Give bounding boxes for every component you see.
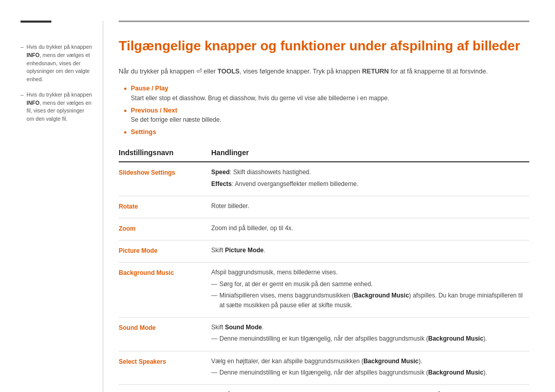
row-name-rotate: Rotate [119, 201, 211, 211]
bullet-content-1: Pause / Play Start eller stop et diassho… [131, 84, 390, 103]
detail-line: Zoom ind på billeder, op til 4x. [211, 223, 529, 233]
bullet-label-1: Pause / Play [131, 84, 390, 94]
bullet-content-3: Settings [131, 127, 156, 137]
row-details-send: Send åbne billeder til en anden storagee… [211, 390, 529, 392]
row-name-zoom: Zoom [119, 223, 211, 233]
table-header: Indstillingsnavn Handlinger [119, 147, 529, 162]
col-header-actions: Handlinger [211, 147, 529, 158]
sidebar-note-text-2: Hvis du trykker på knappen INFO, mens de… [27, 91, 92, 123]
sidebar-dash-2: – [21, 91, 24, 123]
sidebar-dash-1: – [21, 43, 24, 84]
dash-prefix: ― [211, 279, 217, 289]
sidebar-note-2: – Hvis du trykker på knappen INFO, mens … [21, 91, 92, 123]
col-header-name: Indstillingsnavn [119, 147, 211, 158]
detail-line: ― Miniafspilleren vises, mens baggrundsm… [211, 291, 529, 310]
row-details-picture-mode: Skift Picture Mode. [211, 246, 529, 257]
detail-line: Roter billeder. [211, 201, 529, 211]
row-name-send: Send [119, 390, 211, 392]
detail-text: Zoom ind på billeder, op til 4x. [211, 223, 529, 233]
row-details-select-speakers: Vælg en højttaler, der kan afspille bagg… [211, 357, 529, 379]
page-title: Tilgængelige knapper og funktioner under… [119, 38, 529, 55]
detail-line: Skift Picture Mode. [211, 246, 529, 255]
bullet-dot-2: • [124, 106, 127, 116]
bullet-desc-1: Start eller stop et diasshow. Brug et di… [131, 94, 390, 103]
detail-line: ― Denne menuindstilling er kun tilgængel… [211, 368, 529, 378]
detail-text: Roter billeder. [211, 201, 529, 211]
bullet-dot-1: • [124, 84, 127, 94]
detail-line: ― Denne menuindstilling er kun tilgængel… [211, 334, 529, 344]
table-row: Picture Mode Skift Picture Mode. [119, 240, 529, 263]
detail-line: Afspil baggrundsmusik, mens billederne v… [211, 268, 529, 277]
intro-paragraph: Når du trykker på knappen ⏎ eller TOOLS,… [119, 66, 529, 77]
main-content: Tilgængelige knapper og funktioner under… [103, 21, 555, 392]
table-row: Slideshow Settings Speed: Skift diasshow… [119, 162, 529, 196]
row-details-background-music: Afspil baggrundsmusik, mens billederne v… [211, 268, 529, 312]
bullet-label-3: Settings [131, 127, 156, 137]
row-name-slideshow: Slideshow Settings [119, 167, 211, 177]
settings-table: Indstillingsnavn Handlinger Slideshow Se… [119, 147, 529, 392]
detail-text: Vælg en højttaler, der kan afspille bagg… [211, 357, 529, 366]
detail-text: Effects: Anvend overgangseffekter mellem… [211, 179, 529, 189]
row-details-sound-mode: Skift Sound Mode. ― Denne menuindstillin… [211, 323, 529, 345]
sidebar-notes: – Hvis du trykker på knappen INFO, mens … [21, 43, 92, 123]
bullet-item-pause-play: • Pause / Play Start eller stop et diass… [124, 84, 529, 103]
sidebar-accent-bar [21, 21, 51, 23]
detail-line: Vælg en højttaler, der kan afspille bagg… [211, 357, 529, 366]
row-name-background-music: Background Music [119, 268, 211, 277]
row-name-picture-mode: Picture Mode [119, 246, 211, 255]
bullet-item-settings: • Settings [124, 127, 529, 137]
table-row: Sound Mode Skift Sound Mode. ― Denne men… [119, 318, 529, 351]
row-name-sound-mode: Sound Mode [119, 323, 211, 332]
sidebar: – Hvis du trykker på knappen INFO, mens … [0, 21, 103, 392]
row-details-rotate: Roter billeder. [211, 201, 529, 213]
row-details-slideshow: Speed: Skift diasshowets hastighed. Effe… [211, 167, 529, 190]
table-row: Background Music Afspil baggrundsmusik, … [119, 263, 529, 318]
bullet-content-2: Previous / Next Se det forrige eller næs… [131, 106, 221, 125]
detail-text: Denne menuindstilling er kun tilgængelig… [219, 368, 529, 378]
dash-prefix: ― [211, 368, 217, 378]
detail-line: ― Sørg for, at der er gemt en musik på d… [211, 279, 529, 289]
detail-text: Sørg for, at der er gemt en musik på den… [219, 279, 529, 289]
detail-text: Skift Picture Mode. [211, 246, 529, 255]
bullet-label-2: Previous / Next [131, 106, 221, 116]
detail-line: Skift Sound Mode. [211, 323, 529, 332]
detail-text: Skift Sound Mode. [211, 323, 529, 332]
dash-prefix: ― [211, 291, 217, 301]
detail-text: Send åbne billeder til en anden storagee… [211, 390, 529, 392]
detail-text: Afspil baggrundsmusik, mens billederne v… [211, 268, 529, 277]
top-border [119, 21, 529, 22]
sidebar-note-text-1: Hvis du trykker på knappen INFO, mens de… [27, 43, 92, 84]
table-row: Send Send åbne billeder til en anden sto… [119, 385, 529, 392]
bullet-dot-3: • [124, 127, 127, 137]
detail-text: Denne menuindstilling er kun tilgængelig… [219, 334, 529, 344]
detail-line: Speed: Skift diasshowets hastighed. [211, 167, 529, 177]
sidebar-note-1: – Hvis du trykker på knappen INFO, mens … [21, 43, 92, 84]
bullet-item-prev-next: • Previous / Next Se det forrige eller n… [124, 106, 529, 125]
table-row: Select Speakers Vælg en højttaler, der k… [119, 351, 529, 385]
bullet-desc-2: Se det forrige eller næste billede. [131, 115, 221, 124]
detail-text: Miniafspilleren vises, mens baggrundsmus… [219, 291, 529, 310]
row-name-select-speakers: Select Speakers [119, 357, 211, 366]
detail-line: Send åbne billeder til en anden storagee… [211, 390, 529, 392]
table-row: Zoom Zoom ind på billeder, op til 4x. [119, 218, 529, 240]
dash-prefix: ― [211, 334, 217, 344]
detail-text: Speed: Skift diasshowets hastighed. [211, 167, 529, 177]
table-row: Rotate Roter billeder. [119, 196, 529, 218]
bullet-list: • Pause / Play Start eller stop et diass… [119, 84, 529, 138]
row-details-zoom: Zoom ind på billeder, op til 4x. [211, 223, 529, 235]
detail-line: Effects: Anvend overgangseffekter mellem… [211, 179, 529, 189]
